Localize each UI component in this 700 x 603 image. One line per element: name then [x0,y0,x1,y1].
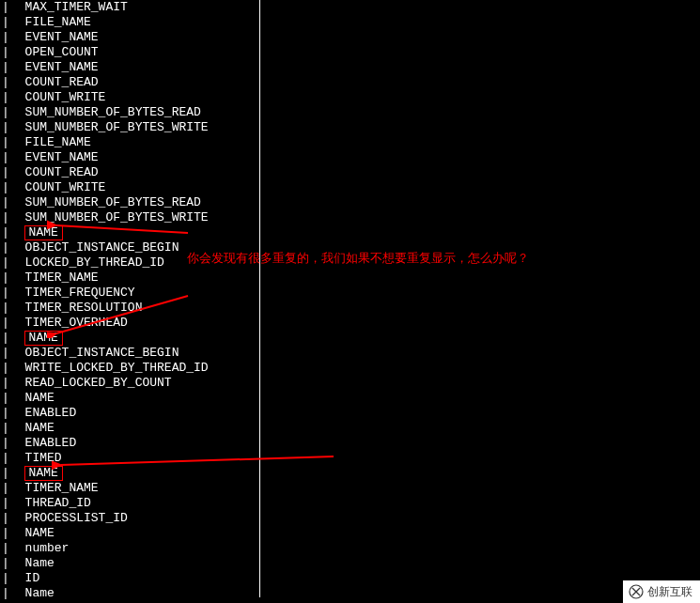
column-row: | TIMER_OVERHEAD [2,316,700,331]
watermark-badge: 创新互联 [623,580,700,603]
column-row: | EVENT_NAME [2,60,700,75]
column-divider [259,0,260,597]
column-row: | TIMER_FREQUENCY [2,286,700,301]
column-row: | Name [2,556,700,571]
column-row: | ID [2,571,700,586]
column-row: | EVENT_NAME [2,150,700,165]
column-row: | PROCESSLIST_ID [2,511,700,526]
column-row: | NAME [2,421,700,436]
annotation-text: 你会发现有很多重复的，我们如果不想要重复显示，怎么办呢？ [187,251,529,266]
column-row: | OBJECT_INSTANCE_BEGIN [2,346,700,361]
column-row: | MAX_TIMER_WAIT [2,0,700,15]
column-row: | NAME [2,391,700,406]
column-row: | OPEN_COUNT [2,45,700,60]
column-row: | ENABLED [2,406,700,421]
column-row: | Name [2,586,700,601]
column-row: | FILE_NAME [2,135,700,150]
column-row: | TIMER_NAME [2,481,700,496]
column-row: | SUM_NUMBER_OF_BYTES_READ [2,195,700,210]
column-row: | THREAD_ID [2,496,700,511]
column-row: | FILE_NAME [2,15,700,30]
column-row: | ENABLED [2,436,700,451]
column-row: | SUM_NUMBER_OF_BYTES_WRITE [2,120,700,135]
column-row: | WRITE_LOCKED_BY_THREAD_ID [2,361,700,376]
column-row: | COUNT_WRITE [2,90,700,105]
column-row: | COUNT_READ [2,75,700,90]
column-row: | number [2,541,700,556]
column-row: | READ_LOCKED_BY_COUNT [2,376,700,391]
column-row-highlighted: | NAME [2,331,700,346]
column-row: | COUNT_READ [2,165,700,180]
column-row-highlighted: | NAME [2,225,700,240]
column-row: | EVENT_NAME [2,30,700,45]
column-row: | SUM_NUMBER_OF_BYTES_WRITE [2,210,700,225]
column-row: | SUM_NUMBER_OF_BYTES_READ [2,105,700,120]
column-row: | NAME [2,526,700,541]
terminal-output: | MAX_TIMER_WAIT | FILE_NAME | EVENT_NAM… [0,0,700,603]
column-row: | COUNT_WRITE [2,180,700,195]
watermark-text: 创新互联 [647,584,692,599]
column-row: | TIMER_NAME [2,271,700,286]
watermark-logo-icon [629,584,644,599]
column-row-highlighted: | NAME [2,466,700,481]
column-row: | TIMER_RESOLUTION [2,301,700,316]
column-row: | TIMED [2,451,700,466]
